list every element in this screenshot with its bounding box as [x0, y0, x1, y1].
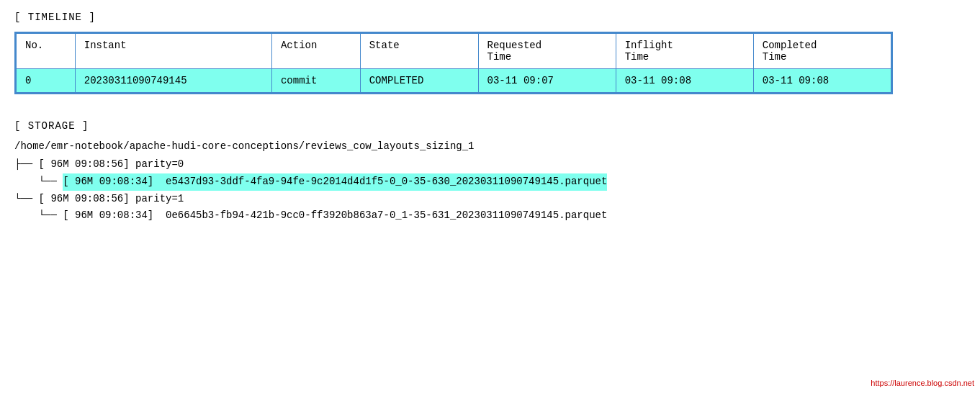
- col-header-requested-time: RequestedTime: [478, 34, 616, 69]
- table-cell-instant: 20230311090749145: [75, 69, 271, 93]
- storage-section-label: [ STORAGE ]: [14, 120, 966, 132]
- col-header-instant: Instant: [75, 34, 271, 69]
- col-header-no: No.: [17, 34, 76, 69]
- tree-content: [ 96M 09:08:34] e5437d93-3ddf-4fa9-94fe-…: [63, 173, 607, 191]
- table-cell-no: 0: [17, 69, 76, 93]
- table-row: 020230311090749145commitCOMPLETED03-11 0…: [17, 69, 891, 93]
- tree-prefix: ├──: [14, 156, 39, 173]
- storage-tree: ├── [ 96M 09:08:56] parity=0 └── [ 96M 0…: [14, 156, 966, 225]
- tree-prefix: └──: [14, 173, 63, 191]
- tree-prefix: └──: [14, 191, 39, 208]
- table-cell-state: COMPLETED: [360, 69, 478, 93]
- storage-path: /home/emr-notebook/apache-hudi-core-conc…: [14, 140, 966, 152]
- col-header-completed-time: CompletedTime: [753, 34, 891, 69]
- tree-line: └── [ 96M 09:08:56] parity=1: [14, 191, 966, 208]
- table-cell-inflight_time: 03-11 09:08: [616, 69, 753, 93]
- tree-prefix: └──: [14, 207, 63, 225]
- table-cell-completed_time: 03-11 09:08: [753, 69, 891, 93]
- table-header-row: No. Instant Action State RequestedTime I…: [17, 34, 891, 69]
- col-header-action: Action: [271, 34, 360, 69]
- timeline-table-wrapper: No. Instant Action State RequestedTime I…: [14, 32, 893, 94]
- tree-line: └── [ 96M 09:08:34] e5437d93-3ddf-4fa9-9…: [14, 173, 966, 191]
- col-header-inflight-time: InflightTime: [616, 34, 753, 69]
- tree-content: [ 96M 09:08:34] 0e6645b3-fb94-421b-9cc0-…: [63, 207, 607, 225]
- tree-content: [ 96M 09:08:56] parity=1: [39, 191, 184, 208]
- table-cell-requested_time: 03-11 09:07: [478, 69, 616, 93]
- table-cell-action: commit: [271, 69, 360, 93]
- tree-content: [ 96M 09:08:56] parity=0: [39, 156, 184, 173]
- timeline-section-label: [ TIMELINE ]: [14, 12, 966, 23]
- col-header-state: State: [360, 34, 478, 69]
- timeline-table: No. Instant Action State RequestedTime I…: [16, 33, 891, 93]
- tree-line: ├── [ 96M 09:08:56] parity=0: [14, 156, 966, 173]
- tree-line: └── [ 96M 09:08:34] 0e6645b3-fb94-421b-9…: [14, 207, 966, 225]
- storage-section: [ STORAGE ] /home/emr-notebook/apache-hu…: [14, 120, 966, 225]
